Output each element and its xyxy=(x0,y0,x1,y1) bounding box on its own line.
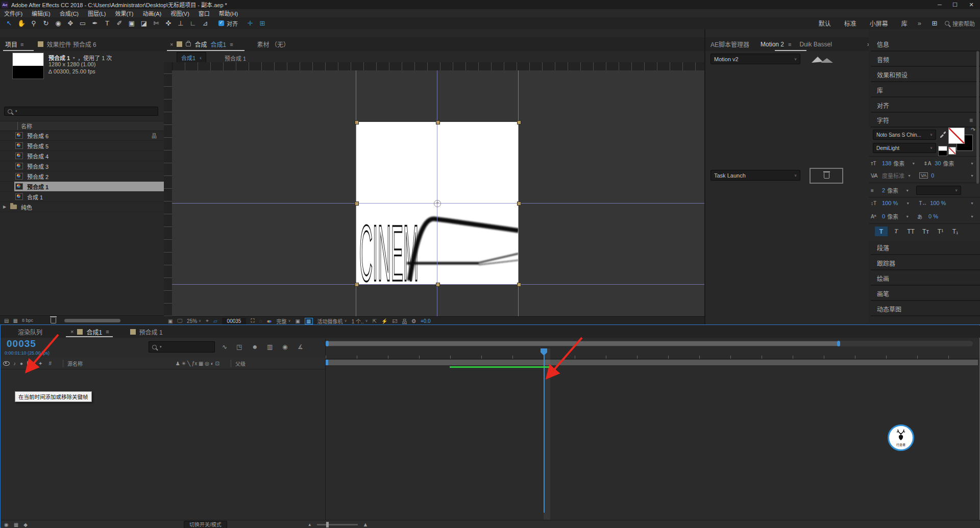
source-name-column-header[interactable]: 源名称 xyxy=(63,360,83,367)
eyedropper-icon[interactable] xyxy=(939,131,946,138)
axis-mode-view-icon[interactable]: ⊿ xyxy=(199,19,211,27)
viewer-tab-close-icon[interactable]: × xyxy=(170,41,173,47)
region-of-interest-icon[interactable]: ▣ xyxy=(296,318,300,324)
eraser-tool-icon[interactable]: ◪ xyxy=(138,19,150,27)
panel-动态草图[interactable]: 动态草图 xyxy=(871,302,980,316)
project-bpc-label[interactable]: 8 bpc xyxy=(22,318,33,323)
font-style-dropdown[interactable]: DemiLight∨ xyxy=(873,143,936,153)
channels-icon[interactable]: ●●● xyxy=(266,318,272,324)
pen-tool-icon[interactable]: ✒ xyxy=(89,19,101,27)
motion-preset-dropdown[interactable]: Motion v2∨ xyxy=(710,54,800,64)
font-family-dropdown[interactable]: Noto Sans S Chin...∨ xyxy=(873,130,936,140)
project-search-input[interactable]: ▾ xyxy=(4,107,158,116)
timeline-button-icon[interactable]: 🗠 xyxy=(393,318,398,324)
guide-vertical-right[interactable] xyxy=(518,70,519,316)
right-stack-scrollbar[interactable] xyxy=(976,51,979,184)
always-preview-icon[interactable]: ▣ xyxy=(168,318,173,324)
expand-layers-icon[interactable]: ◉ xyxy=(4,522,9,527)
swap-fill-stroke-icon[interactable]: ↷ xyxy=(971,127,975,133)
playhead-line[interactable] xyxy=(544,348,545,513)
clone-stamp-tool-icon[interactable]: ▣ xyxy=(126,19,138,27)
tab-ae-script-manager[interactable]: AE脚本管理器 xyxy=(710,40,749,48)
font-size-caret-icon[interactable]: ▼ xyxy=(912,162,915,165)
toggle-switches-modes-button[interactable]: 切换开关/模式 xyxy=(184,521,227,528)
draft-3d-icon[interactable]: ◳ xyxy=(236,343,242,350)
expand-graph-icon[interactable]: ◆ xyxy=(23,522,28,527)
selection-handle[interactable] xyxy=(517,283,521,287)
tsume-caret-icon[interactable]: ▼ xyxy=(970,215,974,218)
menu-动画(A)[interactable]: 动画(A) xyxy=(143,9,162,17)
lock-icon[interactable] xyxy=(186,42,191,46)
tab-project[interactable]: 项目 xyxy=(5,40,17,48)
work-area-start-handle[interactable] xyxy=(326,360,328,365)
viewer-tab-panel-label[interactable]: 合成 xyxy=(194,40,207,48)
tracking-caret-icon[interactable]: ▼ xyxy=(970,174,974,178)
axis-mode-local-icon[interactable]: ⊥ xyxy=(175,19,187,27)
grid-guides-icon[interactable]: ⌖ xyxy=(206,318,209,324)
zoom-in-mountain-icon[interactable]: ▲ xyxy=(363,521,369,527)
character-menu-icon[interactable]: ≡ xyxy=(969,117,973,124)
selection-handle[interactable] xyxy=(517,120,521,124)
menu-合成(C)[interactable]: 合成(C) xyxy=(60,9,79,17)
snap-option1-icon[interactable]: ✛ xyxy=(244,19,256,27)
number-column-header[interactable]: # xyxy=(48,361,52,366)
camera-dropdown[interactable]: 活动摄像机∨ xyxy=(317,317,347,325)
selection-handle[interactable] xyxy=(355,202,359,206)
tracking-value[interactable]: 0 xyxy=(931,172,934,179)
viewer-tab-comp-name[interactable]: 合成1 xyxy=(210,40,226,48)
panel-段落[interactable]: 段落 xyxy=(871,241,980,255)
selection-handle[interactable] xyxy=(517,202,521,206)
anchor-point-icon[interactable]: + xyxy=(434,200,441,207)
stroke-width-value[interactable]: 2 xyxy=(882,187,885,193)
fast-previews-icon[interactable]: ⚡ xyxy=(381,318,387,324)
baseline-caret-icon[interactable]: ▼ xyxy=(905,215,909,218)
guide-vertical-left[interactable] xyxy=(356,70,356,316)
panel-绘画[interactable]: 绘画 xyxy=(871,271,980,286)
audio-column-icon[interactable]: ♪ xyxy=(13,361,16,366)
faux-style-3[interactable]: Tᴛ xyxy=(919,227,932,236)
motion-tab-menu-icon[interactable]: ≡ xyxy=(788,41,791,47)
selection-handle[interactable] xyxy=(355,120,359,124)
eye-column-icon[interactable] xyxy=(3,361,10,366)
time-navigator-thumb[interactable] xyxy=(327,341,839,346)
show-snapshot-icon[interactable]: ◌ xyxy=(259,318,262,324)
lock-column-icon[interactable] xyxy=(27,361,32,365)
shy-icon[interactable]: ☻ xyxy=(252,343,258,350)
project-item[interactable]: 预合成 2 xyxy=(0,171,164,182)
leading-caret-icon[interactable]: ▼ xyxy=(970,162,974,165)
timeline-search-input[interactable]: ▾ xyxy=(149,341,215,353)
snapshot-icon[interactable]: ⛶ xyxy=(251,318,254,324)
solo-column-icon[interactable]: ● xyxy=(20,361,23,366)
tab-precomp-1[interactable]: 预合成 1 xyxy=(139,328,163,336)
faux-style-1[interactable]: T xyxy=(890,227,902,236)
timeline-tab-menu-icon[interactable]: ≡ xyxy=(106,329,109,335)
stroke-width-caret-icon[interactable]: ▼ xyxy=(905,189,909,192)
project-footer-icon-2[interactable]: ▦ xyxy=(13,318,17,323)
selection-handle[interactable] xyxy=(436,283,440,287)
panel-信息[interactable]: 信息 xyxy=(871,37,980,52)
kerning-value[interactable]: 度量标准 xyxy=(882,171,904,180)
menu-文件(F)[interactable]: 文件(F) xyxy=(4,9,22,17)
tab-render-queue[interactable]: 渲染队列 xyxy=(18,328,42,336)
project-item[interactable]: 预合成 5 xyxy=(0,141,164,151)
graph-editor-icon[interactable]: ∡ xyxy=(298,343,303,350)
default-stroke-swatch[interactable] xyxy=(938,150,947,156)
faux-style-4[interactable]: T¹ xyxy=(934,227,947,236)
project-item[interactable]: 预合成 1 xyxy=(0,182,164,192)
axis-mode-world-icon[interactable]: ∟ xyxy=(187,19,199,27)
tab-comp-1[interactable]: 合成1 xyxy=(86,328,102,336)
menu-效果(T)[interactable]: 效果(T) xyxy=(115,9,133,17)
minimize-button[interactable]: ─ xyxy=(932,2,947,8)
tab-duik-bassel[interactable]: Duik Bassel xyxy=(799,41,831,48)
baseline-shift-value[interactable]: 0 xyxy=(882,213,885,219)
rotation-tool-icon[interactable]: ↻ xyxy=(40,19,52,27)
project-item[interactable]: 合成 1 xyxy=(0,192,164,202)
workspace-小屏幕[interactable]: 小屏幕 xyxy=(870,19,888,28)
project-scrollbar[interactable] xyxy=(64,319,120,322)
menu-图层(L)[interactable]: 图层(L) xyxy=(88,9,106,17)
time-navigator-end-handle[interactable] xyxy=(837,341,840,346)
menu-视图(V)[interactable]: 视图(V) xyxy=(170,9,189,17)
ruler-left[interactable] xyxy=(164,62,173,316)
comp-navigator-parent[interactable]: 预合成 1 xyxy=(225,54,246,62)
switches-column-header[interactable]: ♟ ✳ ╲ ƒx ▦ ◎ ◐ ⊡ xyxy=(176,361,219,366)
